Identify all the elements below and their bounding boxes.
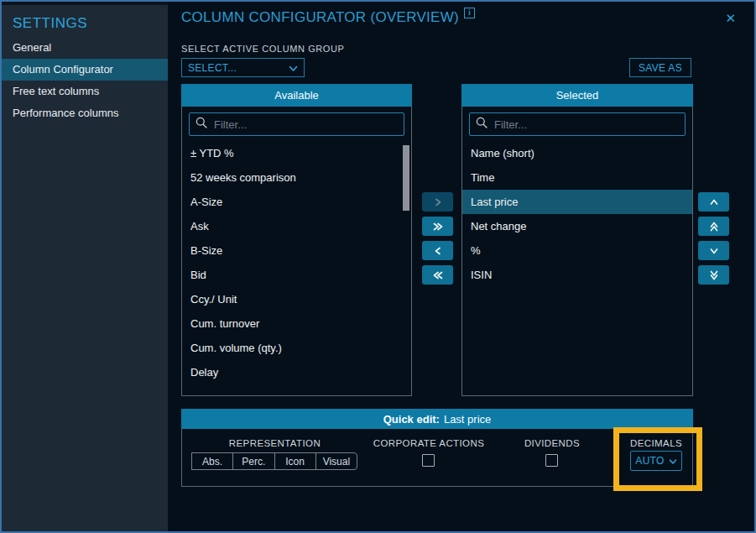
list-item[interactable]: Last price xyxy=(462,190,692,214)
chevron-down-icon xyxy=(709,246,719,256)
representation-option-button[interactable]: Icon xyxy=(274,452,316,470)
list-item[interactable]: Name (short) xyxy=(462,141,692,165)
list-item[interactable]: Net change xyxy=(462,214,692,238)
quick-edit-title: Quick edit: xyxy=(383,413,440,426)
dividends-group: DIVIDENDS xyxy=(485,429,619,486)
available-filter-box xyxy=(189,112,404,136)
double-chevron-left-icon xyxy=(432,270,444,280)
representation-option-button[interactable]: Abs. xyxy=(191,452,233,470)
info-icon[interactable]: i xyxy=(464,8,475,18)
representation-option-button[interactable]: Perc. xyxy=(232,452,274,470)
list-item[interactable]: 52 weeks comparison xyxy=(182,165,411,190)
list-item[interactable]: Cum. turnover xyxy=(182,311,411,336)
quick-edit-header: Quick edit: Last price xyxy=(181,409,693,429)
settings-dialog: SETTINGS GeneralColumn ConfiguratorFree … xyxy=(0,0,756,533)
selected-panel-header: Selected xyxy=(461,84,693,107)
list-item[interactable]: ISIN xyxy=(462,263,692,287)
list-item[interactable]: Delay xyxy=(182,360,411,384)
sidebar-nav: GeneralColumn ConfiguratorFree text colu… xyxy=(0,37,168,124)
decimals-group: DECIMALS AUTO xyxy=(606,429,706,486)
sidebar-item[interactable]: General xyxy=(0,37,168,59)
move-up-button[interactable] xyxy=(698,192,729,212)
save-as-button[interactable]: SAVE AS xyxy=(629,58,691,77)
decimals-select[interactable]: AUTO xyxy=(630,451,682,471)
available-list: ± YTD %52 weeks comparisonA-SizeAskB-Siz… xyxy=(182,141,411,395)
list-item[interactable]: ± YTD % xyxy=(182,141,411,165)
quick-edit-item-name: Last price xyxy=(444,413,491,426)
move-right-button[interactable] xyxy=(422,192,453,212)
selected-filter-input[interactable] xyxy=(493,118,679,132)
quick-edit-body: REPRESENTATION Abs.Perc.IconVisual CORPO… xyxy=(181,429,693,487)
selected-list: Name (short)TimeLast priceNet change%ISI… xyxy=(462,141,692,395)
page-title: COLUMN CONFIGURATOR (OVERVIEW) xyxy=(181,9,459,26)
sidebar-item[interactable]: Free text columns xyxy=(0,81,168,102)
selected-filter-box xyxy=(469,112,686,136)
sidebar-item[interactable]: Column Configurator xyxy=(0,59,168,81)
search-icon xyxy=(196,117,212,132)
representation-segments: Abs.Perc.IconVisual xyxy=(192,452,357,470)
sidebar-title: SETTINGS xyxy=(13,15,87,32)
dialog-title-row: COLUMN CONFIGURATOR (OVERVIEW) i xyxy=(181,9,475,26)
available-filter-input[interactable] xyxy=(212,118,398,132)
chevron-left-icon xyxy=(433,246,443,256)
reorder-buttons xyxy=(698,192,729,285)
active-column-group-label: SELECT ACTIVE COLUMN GROUP xyxy=(181,44,345,54)
search-icon xyxy=(476,117,493,132)
selected-panel: Selected Name (short)TimeLast priceNet c… xyxy=(461,84,693,396)
available-panel-header: Available xyxy=(181,84,412,107)
main-panel: COLUMN CONFIGURATOR (OVERVIEW) i ✕ SELEC… xyxy=(168,0,756,533)
decimals-value: AUTO xyxy=(635,455,664,467)
close-icon[interactable]: ✕ xyxy=(725,11,736,26)
chevron-down-icon xyxy=(669,453,677,468)
move-left-button[interactable] xyxy=(422,241,453,260)
list-item[interactable]: Ccy./ Unit xyxy=(182,287,411,311)
representation-group: REPRESENTATION Abs.Perc.IconVisual xyxy=(192,429,357,486)
corporate-actions-checkbox[interactable] xyxy=(422,454,435,467)
list-item[interactable]: Ask xyxy=(182,214,411,238)
chevron-down-icon xyxy=(289,60,298,76)
sidebar: SETTINGS GeneralColumn ConfiguratorFree … xyxy=(0,5,168,533)
list-item[interactable]: A-Size xyxy=(182,190,411,214)
chevron-up-icon xyxy=(709,197,719,207)
transfer-buttons xyxy=(422,192,453,285)
move-all-right-button[interactable] xyxy=(422,217,453,236)
double-chevron-down-icon xyxy=(708,270,720,280)
double-chevron-right-icon xyxy=(432,222,444,232)
move-all-left-button[interactable] xyxy=(422,265,453,285)
decimals-label: DECIMALS xyxy=(606,438,706,448)
representation-option-button[interactable]: Visual xyxy=(315,452,357,470)
list-item[interactable]: B-Size xyxy=(182,238,411,263)
move-bottom-button[interactable] xyxy=(698,265,729,285)
dividends-label: DIVIDENDS xyxy=(485,438,619,448)
list-item[interactable]: Time xyxy=(462,165,692,190)
corporate-actions-label: CORPORATE ACTIONS xyxy=(362,438,496,448)
column-group-select[interactable]: SELECT... xyxy=(181,58,305,77)
column-group-select-value: SELECT... xyxy=(188,62,237,74)
move-top-button[interactable] xyxy=(698,217,729,236)
dividends-checkbox[interactable] xyxy=(545,454,558,467)
representation-label: REPRESENTATION xyxy=(192,438,357,448)
corporate-actions-group: CORPORATE ACTIONS xyxy=(362,429,496,486)
sidebar-item[interactable]: Performance columns xyxy=(0,102,168,124)
scrollbar-thumb[interactable] xyxy=(403,145,409,211)
list-item[interactable]: % xyxy=(462,238,692,263)
chevron-right-icon xyxy=(433,197,443,207)
list-item[interactable]: Cum. volume (qty.) xyxy=(182,336,411,360)
double-chevron-up-icon xyxy=(708,222,720,232)
list-item[interactable]: Bid xyxy=(182,263,411,287)
available-panel: Available ± YTD %52 weeks comparisonA-Si… xyxy=(181,84,412,396)
move-down-button[interactable] xyxy=(698,241,729,260)
